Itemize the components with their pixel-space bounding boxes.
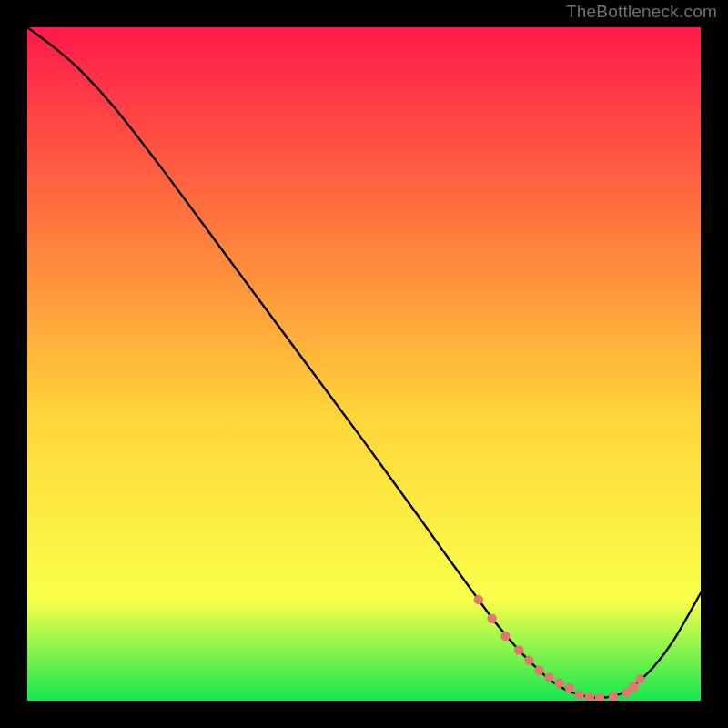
marker-dot <box>554 679 563 688</box>
marker-dot <box>635 674 644 683</box>
plot-area <box>27 27 701 701</box>
chart-svg <box>27 27 701 701</box>
marker-dot <box>487 614 496 623</box>
marker-dot <box>544 672 553 682</box>
chart-frame: TheBottleneck.com <box>0 0 728 728</box>
marker-dot <box>609 692 618 701</box>
marker-dot <box>565 683 574 693</box>
marker-dot <box>474 595 483 604</box>
marker-dot <box>514 645 523 654</box>
marker-dot <box>629 682 638 691</box>
marker-dot <box>524 655 533 664</box>
marker-dot <box>500 632 510 641</box>
gradient-background <box>27 27 701 701</box>
attribution-label: TheBottleneck.com <box>566 2 717 22</box>
marker-dot <box>534 666 543 675</box>
marker-dot <box>575 690 584 699</box>
